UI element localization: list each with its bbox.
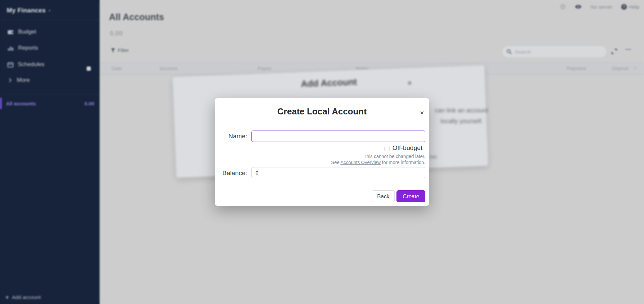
modal-text-fragment: can link an account <box>429 107 488 114</box>
modal-title: Create Local Account <box>215 106 429 117</box>
offbudget-checkbox[interactable] <box>384 146 390 151</box>
offbudget-hint-line2: See Accounts Overview for more informati… <box>331 160 425 165</box>
name-field-label: Name: <box>215 133 247 140</box>
add-account-modal-title: Add Account <box>173 72 485 94</box>
app-window: My Finances ▾ Budget Reports Schedules M… <box>0 0 644 304</box>
create-button[interactable]: Create <box>396 190 425 202</box>
back-button[interactable]: Back <box>372 190 395 202</box>
balance-input[interactable] <box>251 167 425 178</box>
offbudget-label[interactable]: Off-budget <box>392 144 422 152</box>
balance-field-label: Balance: <box>215 169 247 177</box>
create-local-account-modal: Create Local Account × Name: Off-budget … <box>215 98 429 206</box>
close-icon[interactable]: × <box>408 80 412 87</box>
modal-text-fragment: locally yourself. <box>429 117 483 125</box>
hint-see: See <box>331 160 339 165</box>
modal-text-fragment: bar. <box>430 154 450 159</box>
offbudget-hint-line1: This cannot be changed later. <box>364 154 425 159</box>
name-input[interactable] <box>251 131 425 142</box>
accounts-overview-link[interactable]: Accounts Overview <box>340 160 381 165</box>
hint-rest: for more information. <box>382 160 425 165</box>
close-icon[interactable]: × <box>420 109 424 116</box>
